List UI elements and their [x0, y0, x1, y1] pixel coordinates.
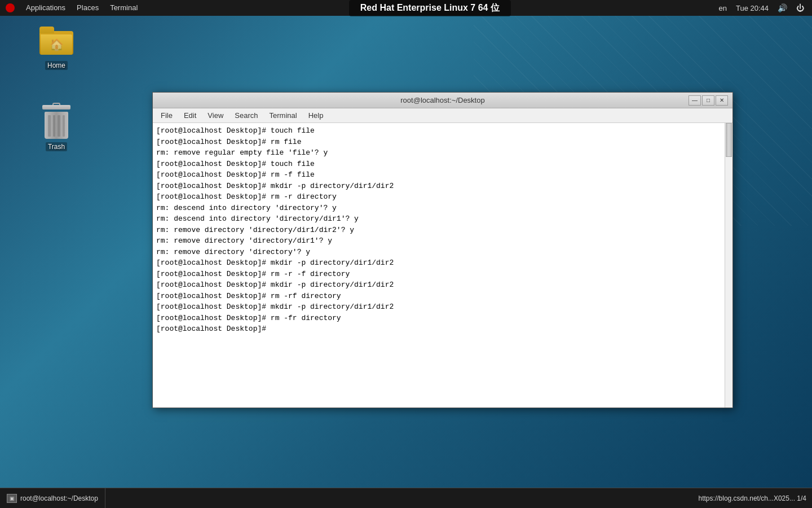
menu-file[interactable]: File [155, 110, 178, 121]
terminal-controls: — □ ✕ [689, 95, 728, 106]
trash-image [38, 104, 74, 140]
desktop-title: Red Hat Enterprise Linux 7 64 位 [349, 0, 511, 16]
taskbar-right: https://blog.csdn.net/ch...X025... 1/4 [699, 494, 812, 502]
speaker-icon[interactable]: 🔊 [775, 3, 789, 12]
taskbar-terminal-item[interactable]: ▣ root@localhost:~/Desktop [0, 488, 105, 509]
power-icon[interactable]: ⏻ [794, 3, 806, 12]
clock: Tue 20:44 [734, 4, 771, 12]
home-icon[interactable]: 🏠 Home [34, 23, 79, 70]
terminal-titlebar: root@localhost:~/Desktop — □ ✕ [153, 93, 732, 108]
applications-menu[interactable]: Applications [20, 0, 71, 16]
home-icon-label: Home [45, 61, 68, 70]
terminal-menu[interactable]: Terminal [104, 0, 143, 16]
desktop: Applications Places Terminal Red Hat Ent… [0, 0, 812, 508]
close-button[interactable]: ✕ [716, 95, 728, 106]
menu-search[interactable]: Search [229, 110, 263, 121]
menu-help[interactable]: Help [303, 110, 329, 121]
terminal-title: root@localhost:~/Desktop [197, 96, 689, 104]
menu-edit[interactable]: Edit [178, 110, 202, 121]
minimize-button[interactable]: — [689, 95, 701, 106]
menu-terminal[interactable]: Terminal [264, 110, 303, 121]
terminal-menubar: File Edit View Search Terminal Help [153, 108, 732, 123]
panel-center: Red Hat Enterprise Linux 7 64 位 [143, 0, 716, 16]
locale-indicator: en [716, 4, 729, 12]
scrollbar-thumb[interactable] [726, 123, 732, 157]
terminal-scrollbar[interactable] [725, 123, 732, 408]
home-folder-image: 🏠 [38, 23, 74, 59]
places-menu[interactable]: Places [71, 0, 104, 16]
terminal-content[interactable]: [root@localhost Desktop]# touch file [ro… [153, 123, 725, 408]
top-panel: Applications Places Terminal Red Hat Ent… [0, 0, 812, 16]
bottom-taskbar: ▣ root@localhost:~/Desktop https://blog.… [0, 488, 812, 508]
desktop-icons: 🏠 Home [34, 23, 79, 151]
taskbar-terminal-label: root@localhost:~/Desktop [20, 494, 98, 502]
taskbar-url: https://blog.csdn.net/ch...X025... 1/4 [699, 494, 806, 502]
taskbar-terminal-icon: ▣ [7, 494, 17, 503]
terminal-body: [root@localhost Desktop]# touch file [ro… [153, 123, 732, 408]
rhel-icon [3, 1, 17, 15]
trash-icon[interactable]: Trash [34, 104, 79, 151]
menu-view[interactable]: View [202, 110, 229, 121]
panel-right: en Tue 20:44 🔊 ⏻ [716, 3, 812, 12]
trash-icon-label: Trash [46, 142, 67, 151]
maximize-button[interactable]: □ [702, 95, 714, 106]
panel-left: Applications Places Terminal [0, 0, 143, 16]
terminal-window: root@localhost:~/Desktop — □ ✕ File Edit… [152, 92, 733, 408]
